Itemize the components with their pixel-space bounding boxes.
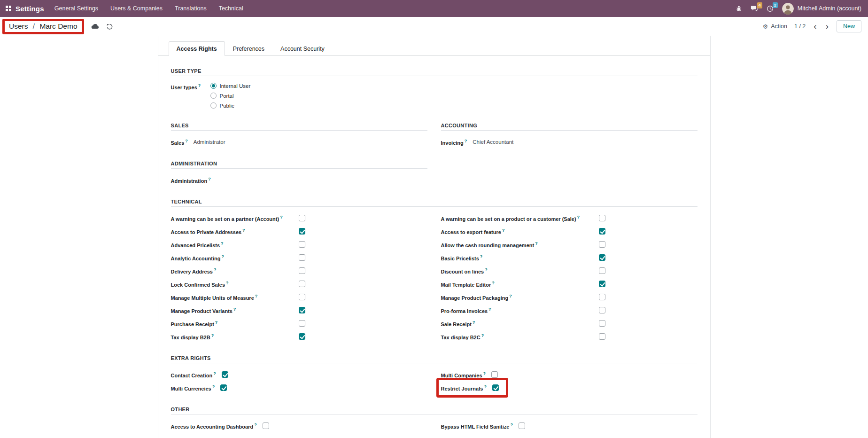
field-value-invoicing[interactable]: Chief Accountant [473,139,513,145]
help-icon[interactable]: ? [483,371,486,376]
checkbox-analytic-accounting[interactable] [299,254,305,261]
radio-icon-portal[interactable] [210,93,217,99]
menu-translations[interactable]: Translations [175,5,207,12]
checkbox-a-warning-can-be-set-on-a-partner-account[interactable] [299,215,305,221]
help-icon[interactable]: ? [221,254,224,259]
checkbox-advanced-pricelists[interactable] [299,241,305,248]
field-value-sales[interactable]: Administrator [194,139,225,145]
menu-users-and-companies[interactable]: Users & Companies [110,5,163,12]
checkbox-sale-receipt[interactable] [599,320,605,327]
debug-bug-icon[interactable] [736,5,742,12]
messages-icon[interactable]: 4 [751,5,758,12]
checkbox-mail-template-editor[interactable] [599,281,605,287]
discard-undo-icon[interactable] [106,23,113,30]
activities-count-badge: 2 [773,2,778,8]
checkbox-contact-creation[interactable] [222,371,228,378]
field-label-lock-confirmed-sales: Lock Confirmed Sales? [171,281,299,288]
checkbox-allow-the-cash-rounding-management[interactable] [599,241,605,248]
checkbox-tax-display-b2b[interactable] [299,333,305,340]
radio-label-public: Public [220,103,234,109]
breadcrumb-parent[interactable]: Users [9,22,28,30]
checkbox-pro-forma-invoices[interactable] [599,307,605,313]
help-icon[interactable]: ? [484,384,487,389]
app-name[interactable]: Settings [16,5,44,13]
pager-previous-icon[interactable]: ‹ [813,23,817,30]
field-row-basic-pricelists: Basic Pricelists? [441,251,698,264]
user-avatar[interactable] [782,3,794,15]
help-icon[interactable]: ? [198,83,201,88]
apps-grid-icon[interactable] [6,6,11,11]
field-row-contact-creation: Contact Creation? [171,368,228,381]
help-icon[interactable]: ? [214,267,217,272]
field-row-access-to-export-feature: Access to export feature? [441,225,698,238]
checkbox-delivery-address[interactable] [299,267,305,274]
activities-clock-icon[interactable]: 2 [767,5,774,12]
help-icon[interactable]: ? [535,241,538,246]
help-icon[interactable]: ? [185,139,188,143]
help-icon[interactable]: ? [465,139,467,143]
help-icon[interactable]: ? [208,177,211,181]
field-label-invoicing: Invoicing? [441,139,467,146]
checkbox-restrict-journals[interactable] [492,384,499,391]
tab-account-security[interactable]: Account Security [272,41,333,56]
user-menu[interactable]: Mitchell Admin (account) [782,3,861,15]
checkbox-tax-display-b2c[interactable] [599,333,605,340]
radio-icon-internal-user[interactable] [210,83,217,89]
checkbox-manage-multiple-units-of-measure[interactable] [299,294,305,300]
help-icon[interactable]: ? [473,320,475,325]
help-icon[interactable]: ? [480,254,483,259]
checkbox-discount-on-lines[interactable] [599,267,605,274]
help-icon[interactable]: ? [211,333,214,338]
checkbox-lock-confirmed-sales[interactable] [299,281,305,287]
radio-icon-public[interactable] [210,102,217,109]
help-icon[interactable]: ? [215,320,218,325]
menu-general-settings[interactable]: General Settings [54,5,98,12]
tab-access-rights[interactable]: Access Rights [169,41,225,56]
help-icon[interactable]: ? [280,215,283,219]
radio-option-portal[interactable]: Portal [210,91,251,101]
field-label-restrict-journals: Restrict Journals? [441,384,487,391]
help-icon[interactable]: ? [212,384,215,389]
help-icon[interactable]: ? [492,281,495,285]
checkbox-basic-pricelists[interactable] [599,254,605,261]
user-name[interactable]: Mitchell Admin (account) [798,5,861,12]
checkbox-access-to-export-feature[interactable] [599,228,605,235]
apps-home-button[interactable]: Settings [6,5,44,13]
help-icon[interactable]: ? [509,294,512,298]
sales-column: SALES Sales? Administrator [171,110,427,149]
help-icon[interactable]: ? [502,228,505,233]
checkbox-manage-product-packaging[interactable] [599,294,605,300]
help-icon[interactable]: ? [488,307,491,312]
help-icon[interactable]: ? [213,371,216,376]
radio-option-public[interactable]: Public [210,101,251,110]
radio-option-internal-user[interactable]: Internal User [210,81,251,91]
checkbox-access-to-private-addresses[interactable] [299,228,305,235]
checkbox-bypass-html-field-sanitize[interactable] [519,422,525,429]
field-row-mail-template-editor: Mail Template Editor? [441,277,698,290]
breadcrumb-current: Marc Demo [39,22,77,30]
menu-technical[interactable]: Technical [219,5,243,12]
tab-preferences[interactable]: Preferences [225,41,272,56]
checkbox-manage-product-variants[interactable] [299,307,305,313]
help-icon[interactable]: ? [577,215,580,219]
help-icon[interactable]: ? [485,267,488,272]
help-icon[interactable]: ? [510,422,513,427]
checkbox-multi-companies[interactable] [491,371,498,378]
help-icon[interactable]: ? [233,307,236,312]
checkbox-purchase-receipt[interactable] [299,320,305,327]
checkbox-multi-currencies[interactable] [220,384,227,391]
new-button[interactable]: New [837,20,861,32]
help-icon[interactable]: ? [481,333,484,338]
checkbox-a-warning-can-be-set-on-a-product-or-a-customer-sale[interactable] [599,215,605,221]
help-icon[interactable]: ? [242,228,245,233]
checkbox-access-to-accounting-dashboard[interactable] [263,422,269,429]
help-icon[interactable]: ? [221,241,224,246]
help-icon[interactable]: ? [226,281,229,285]
help-icon[interactable]: ? [254,422,257,427]
technical-right-column: A warning can be set on a product or a c… [441,211,698,343]
other-columns: Access to Accounting Dashboard? Bypass H… [171,419,698,432]
action-menu[interactable]: ⚙ Action [763,23,787,30]
pager-next-icon[interactable]: › [825,23,829,30]
help-icon[interactable]: ? [255,294,258,298]
save-cloud-icon[interactable] [91,23,99,29]
